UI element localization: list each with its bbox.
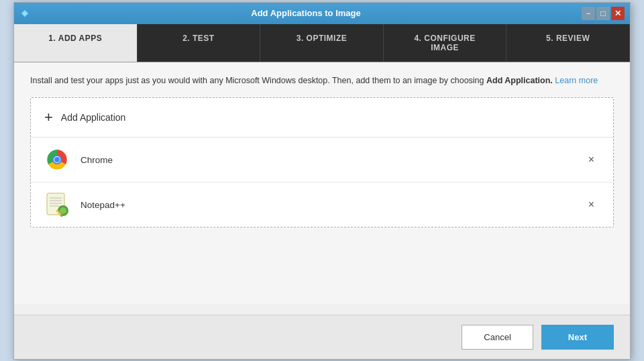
cancel-button[interactable]: Cancel [462, 325, 533, 350]
learn-more-link[interactable]: Learn more [555, 76, 598, 85]
svg-point-12 [60, 207, 66, 214]
instructions-text: Install and test your apps just as you w… [30, 74, 614, 87]
chrome-name: Chrome [80, 155, 583, 165]
tab-review[interactable]: 5. REVIEW [506, 24, 630, 62]
main-window: Add Applications to Image − □ ✕ 1. ADD A… [13, 2, 631, 360]
app-item-notepadpp: Notepad++ × [31, 183, 613, 227]
svg-point-5 [54, 157, 60, 162]
app-list-container: + Add Application [30, 97, 614, 227]
chrome-remove-button[interactable]: × [583, 152, 600, 168]
close-button[interactable]: ✕ [611, 7, 625, 20]
add-application-bold: Add Application. [486, 76, 553, 85]
window-title: Add Applications to Image [30, 8, 582, 18]
app-item-chrome: Chrome × [31, 138, 613, 183]
content-area: Install and test your apps just as you w… [14, 62, 630, 304]
app-icon [19, 8, 30, 19]
notepadpp-name: Notepad++ [80, 200, 583, 210]
tab-add-apps[interactable]: 1. ADD APPS [14, 24, 138, 62]
maximize-button[interactable]: □ [596, 7, 610, 20]
add-application-label: Add Application [61, 112, 126, 123]
window-controls: − □ ✕ [582, 7, 625, 20]
add-application-button[interactable]: + Add Application [31, 98, 613, 138]
title-bar: Add Applications to Image − □ ✕ [14, 3, 630, 24]
footer: Cancel Next [14, 315, 630, 359]
tab-test[interactable]: 2. TEST [138, 24, 261, 62]
tab-bar: 1. ADD APPS 2. TEST 3. OPTIMIZE 4. CONFI… [14, 24, 630, 62]
chrome-icon [44, 147, 70, 172]
notepadpp-icon [44, 192, 70, 217]
tab-optimize[interactable]: 3. OPTIMIZE [260, 24, 384, 62]
next-button[interactable]: Next [541, 325, 614, 350]
tab-configure-image[interactable]: 4. CONFIGURE IMAGE [384, 24, 507, 62]
plus-icon: + [44, 110, 53, 125]
notepadpp-remove-button[interactable]: × [583, 197, 600, 213]
minimize-button[interactable]: − [582, 7, 595, 20]
